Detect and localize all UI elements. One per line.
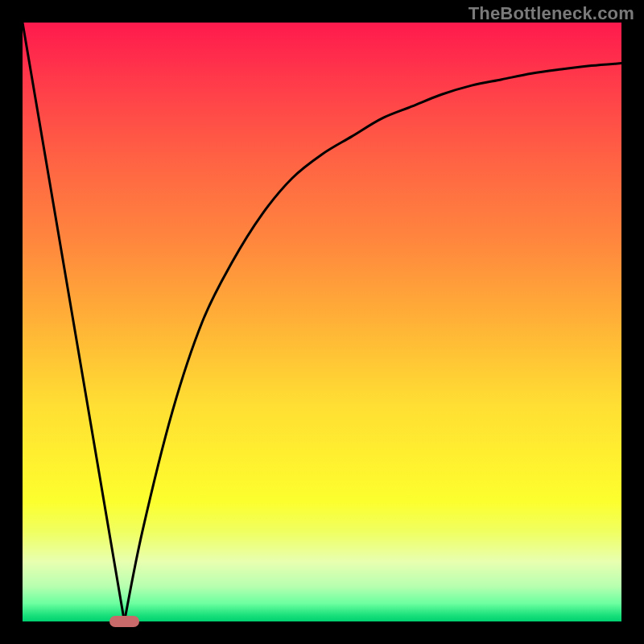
plot-area: [23, 23, 621, 621]
chart-frame: TheBottleneck.com: [0, 0, 644, 644]
watermark-text: TheBottleneck.com: [469, 3, 634, 24]
right-curve-path: [124, 64, 621, 621]
curve-layer: [23, 23, 621, 621]
optimal-point-marker: [109, 616, 139, 626]
left-segment-path: [23, 23, 124, 621]
